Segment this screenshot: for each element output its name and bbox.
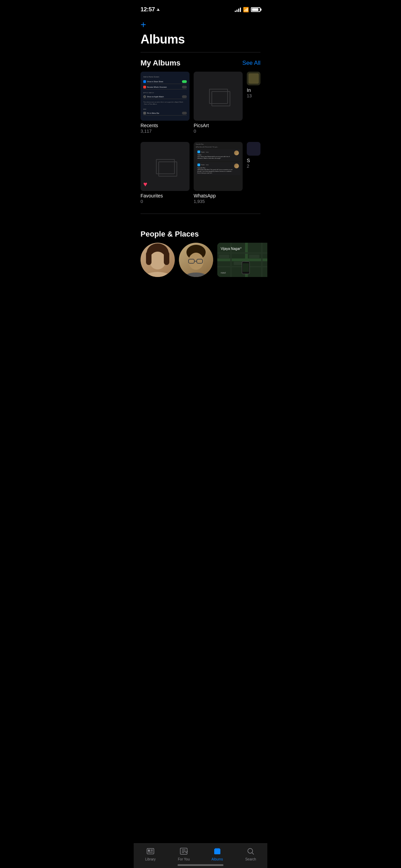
album-partial-1-count: 13 xyxy=(247,93,260,98)
album-whatsapp-name: WhatsApp xyxy=(194,193,243,198)
svg-rect-20 xyxy=(249,255,259,258)
battery-icon xyxy=(251,7,260,12)
person-male[interactable] xyxy=(179,243,213,277)
album-partial-2[interactable]: S 2 xyxy=(247,142,260,204)
heart-icon: ♥ xyxy=(143,180,147,188)
page-title: Albums xyxy=(134,31,267,52)
album-partial-2-count: 2 xyxy=(247,164,260,169)
gps-icon: ➤ xyxy=(156,7,161,13)
tweet-card-2: Twitter · now Sumukh Rao@RaoSumukh liked… xyxy=(196,162,241,176)
album-picsart-count: 0 xyxy=(194,129,243,134)
album-recents[interactable]: Add to Home Screen Show in Share Sheet R… xyxy=(141,72,190,134)
album-recents-name: Recents xyxy=(141,123,190,128)
albums-grid: Add to Home Screen Show in Share Sheet R… xyxy=(134,72,267,204)
see-all-button[interactable]: See All xyxy=(242,60,260,67)
album-favourites-count: 0 xyxy=(141,199,190,204)
albums-row-1: Add to Home Screen Show in Share Sheet R… xyxy=(141,72,260,134)
settings-row-1: Show in Share Sheet xyxy=(143,80,187,84)
svg-point-10 xyxy=(183,273,209,277)
svg-rect-3 xyxy=(164,251,169,265)
album-whatsapp[interactable]: Sumukh Rao @RaoSumukh Retweeted: The goo… xyxy=(194,142,243,204)
map-subtext: navi xyxy=(221,271,226,274)
empty-placeholder xyxy=(208,88,229,105)
people-places-header: People & Places xyxy=(134,224,267,243)
my-albums-header: My Albums See All xyxy=(134,52,267,72)
albums-row-2: ♥ Favourites 0 Sumukh Rao @RaoSumukh Ret… xyxy=(141,142,260,204)
male-avatar-svg xyxy=(179,243,213,277)
svg-rect-22 xyxy=(243,263,249,272)
people-places-title: People & Places xyxy=(141,230,199,239)
status-icons: 📶 xyxy=(235,7,260,12)
album-picsart-name: PicsArt xyxy=(194,123,243,128)
female-avatar-svg xyxy=(141,243,175,277)
places-map[interactable]: Vijaya Nagar° navi xyxy=(217,243,267,277)
svg-point-4 xyxy=(143,272,172,277)
add-album-button[interactable]: + xyxy=(134,16,267,31)
album-whatsapp-count: 1,935 xyxy=(194,199,243,204)
people-and-places-section: People & Places xyxy=(134,224,267,277)
my-albums-title: My Albums xyxy=(141,59,181,68)
album-favourites[interactable]: ♥ Favourites 0 xyxy=(141,142,190,204)
album-recents-count: 3,117 xyxy=(141,129,190,134)
status-bar: 12:57 ➤ 📶 xyxy=(134,0,267,16)
svg-rect-2 xyxy=(146,251,151,265)
album-partial-1[interactable]: In 13 xyxy=(247,72,260,134)
tweet-card-1: Twitter · now Twitter Your Tweet was Ret… xyxy=(196,149,241,161)
wifi-icon: 📶 xyxy=(243,7,249,12)
svg-point-1 xyxy=(149,252,166,269)
album-partial-1-name: In xyxy=(247,87,260,93)
signal-icon xyxy=(235,7,241,12)
svg-rect-18 xyxy=(219,255,229,258)
person-female[interactable] xyxy=(141,243,175,277)
album-partial-2-name: S xyxy=(247,158,260,163)
map-place-name: Vijaya Nagar° xyxy=(221,247,242,251)
status-time: 12:57 xyxy=(141,6,155,13)
people-grid: Vijaya Nagar° navi xyxy=(134,243,267,277)
album-favourites-name: Favourites xyxy=(141,193,190,198)
album-picsart[interactable]: PicsArt 0 xyxy=(194,72,243,134)
section-divider xyxy=(141,214,260,214)
